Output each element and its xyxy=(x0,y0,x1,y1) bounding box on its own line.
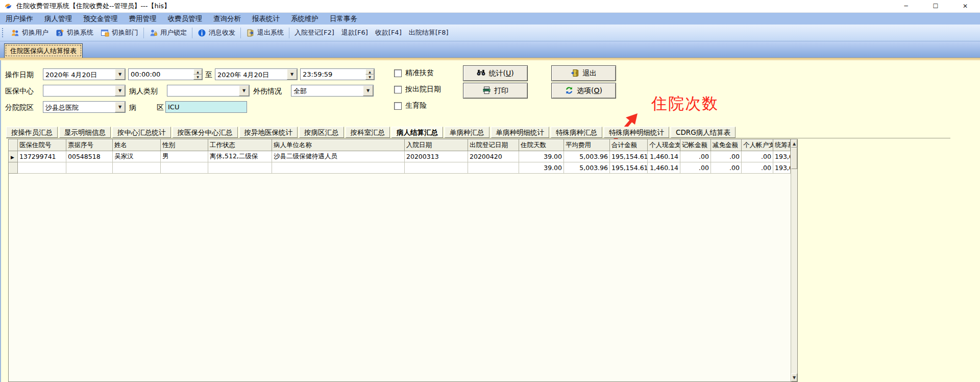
tab-detail-info[interactable]: 显示明细信息 xyxy=(59,127,111,138)
ward-value: ICU xyxy=(166,102,247,112)
spin-down-icon[interactable]: ▼ xyxy=(193,75,202,80)
toolbar-grip xyxy=(2,28,5,37)
toolbar-refund[interactable]: 退款[F6] xyxy=(338,26,372,39)
tab-insurance-subcenter-summary[interactable]: 按医保分中心汇总 xyxy=(173,127,238,138)
cell[interactable]: 39.00 xyxy=(519,151,564,162)
checkbox-maternity-insurance[interactable] xyxy=(394,102,402,110)
print-button-label: 打印 xyxy=(494,86,508,96)
toolbar-switch-user[interactable]: 切换用户 xyxy=(7,26,52,39)
statistics-button[interactable]: 统计(U) xyxy=(463,65,528,81)
patient-type-select[interactable]: ▼ xyxy=(167,85,250,97)
menu-item-user-operations[interactable]: 用户操作 xyxy=(0,14,39,23)
scroll-up-icon[interactable]: ▲ xyxy=(791,139,797,148)
cell[interactable]: 20200420 xyxy=(468,151,519,162)
col-receipt-no: 票据序号 xyxy=(66,140,113,151)
date-from-select[interactable]: 2020年 4月20日 ▼ xyxy=(43,68,126,80)
checkbox-targeted-poverty[interactable] xyxy=(394,69,402,77)
chevron-down-icon[interactable]: ▼ xyxy=(115,102,125,112)
cell[interactable]: 离休,512,二级保 xyxy=(208,151,272,162)
cell[interactable]: 吴家汉 xyxy=(113,151,161,162)
row-selector[interactable]: ▶ xyxy=(9,151,18,162)
trauma-select[interactable]: 全部 ▼ xyxy=(291,85,374,97)
svg-text:5: 5 xyxy=(58,31,61,36)
tab-by-operator[interactable]: 按操作员汇总 xyxy=(6,127,58,138)
tab-inpatient-insurance-report[interactable]: 住院医保病人结算报表 xyxy=(4,43,83,58)
date-from-value: 2020年 4月20日 xyxy=(43,69,115,80)
date-to-value: 2020年 4月20日 xyxy=(215,69,287,80)
cell[interactable]: 137299741 xyxy=(18,151,66,162)
toolbar-discharge-settlement[interactable]: 出院结算[F8] xyxy=(405,26,452,39)
maximize-button[interactable]: ☐ xyxy=(921,0,950,12)
col-personal-cash: 个人现金支 xyxy=(648,140,680,151)
cell: 193,69 xyxy=(773,162,791,174)
tab-patient-settlement-summary[interactable]: 病人结算汇总 xyxy=(391,127,443,138)
toolbar-admission-register[interactable]: 入院登记[F2] xyxy=(291,26,338,39)
tab-center-summary[interactable]: 按中心汇总统计 xyxy=(112,127,171,138)
date-to-select[interactable]: 2020年 4月20日 ▼ xyxy=(215,68,298,80)
menu-item-patient-management[interactable]: 病人管理 xyxy=(39,14,78,23)
col-pooling-fund: 统筹基 xyxy=(773,140,791,151)
chevron-down-icon[interactable]: ▼ xyxy=(239,85,249,96)
menu-item-system-maintenance[interactable]: 系统维护 xyxy=(285,14,324,23)
cell[interactable]: .00 xyxy=(680,151,711,162)
branch-select[interactable]: 沙县总医院 ▼ xyxy=(43,101,126,113)
menu-item-daily-affairs[interactable]: 日常事务 xyxy=(324,14,363,23)
insurance-center-select[interactable]: ▼ xyxy=(43,85,126,97)
tab-by-department[interactable]: 按科室汇总 xyxy=(346,127,390,138)
switch-system-icon: 5 xyxy=(56,29,64,37)
chevron-down-icon[interactable]: ▼ xyxy=(115,85,125,96)
spin-up-icon[interactable]: ▲ xyxy=(193,69,202,75)
exit-button[interactable]: 退出 xyxy=(551,65,616,81)
chevron-down-icon[interactable]: ▼ xyxy=(115,69,125,80)
cell[interactable]: 5,003.96 xyxy=(564,151,610,162)
scroll-down-icon[interactable]: ▼ xyxy=(791,373,797,381)
toolbar-separator xyxy=(289,28,289,38)
spin-down-icon[interactable]: ▼ xyxy=(365,75,374,80)
menu-item-fee-management[interactable]: 费用管理 xyxy=(124,14,162,23)
tab-single-disease-summary[interactable]: 单病种汇总 xyxy=(445,127,489,138)
cell[interactable]: 男 xyxy=(161,151,208,162)
title-bar: 住院收费管理系统【住院收费处--管理员】---【his】 ─ ☐ ✕ xyxy=(0,0,980,13)
menu-item-prepayment-management[interactable]: 预交金管理 xyxy=(78,14,124,23)
toolbar-label: 切换部门 xyxy=(112,28,138,37)
branch-label: 分院院区 xyxy=(5,103,34,112)
time-from-input[interactable]: 00:00:00 ▲▼ xyxy=(128,68,203,80)
print-button[interactable]: 打印 xyxy=(463,83,528,99)
cell: .00 xyxy=(680,162,711,174)
cell[interactable]: 沙县二级保健待遇人员 xyxy=(272,151,405,162)
toolbar-exit-system[interactable]: 退出系统 xyxy=(242,26,287,39)
toolbar-messages[interactable]: 消息收发 xyxy=(194,26,239,39)
toolbar-user-lock[interactable]: 用户锁定 xyxy=(145,26,190,39)
current-row-marker-icon: ▶ xyxy=(11,155,14,160)
tab-special-disease-summary[interactable]: 特殊病种汇总 xyxy=(551,127,602,138)
menu-item-query-analysis[interactable]: 查询分析 xyxy=(208,14,247,23)
checkbox-by-discharge-date[interactable] xyxy=(394,86,402,93)
chevron-down-icon[interactable]: ▼ xyxy=(363,85,373,96)
menu-item-report-statistics[interactable]: 报表统计 xyxy=(247,14,285,23)
tab-single-disease-detail[interactable]: 单病种明细统计 xyxy=(491,127,550,138)
toolbar-switch-system[interactable]: 5 切换系统 xyxy=(52,26,97,39)
options-button[interactable]: 选项(O) xyxy=(551,83,616,99)
scrollbar-thumb[interactable] xyxy=(791,148,797,169)
chevron-down-icon[interactable]: ▼ xyxy=(287,69,297,80)
tab-cdrg-settlement[interactable]: CDRG病人结算表 xyxy=(671,127,736,138)
time-to-input[interactable]: 23:59:59 ▲▼ xyxy=(300,68,375,80)
summary-row: 39.00 5,003.96 195,154.61 1,460.14 .00 .… xyxy=(9,162,791,174)
tab-remote-insurance-stats[interactable]: 按异地医保统计 xyxy=(239,127,298,138)
tab-special-disease-detail[interactable]: 特殊病种明细统计 xyxy=(604,127,669,138)
cell[interactable]: .00 xyxy=(711,151,742,162)
toolbar-switch-department[interactable]: 切换部门 xyxy=(97,26,142,39)
cell[interactable]: 195,154.61 xyxy=(610,151,648,162)
cell[interactable]: .00 xyxy=(742,151,773,162)
spin-up-icon[interactable]: ▲ xyxy=(365,69,374,75)
menu-item-cashier-management[interactable]: 收费员管理 xyxy=(162,14,208,23)
cell[interactable]: 193,69 xyxy=(773,151,791,162)
ward-input[interactable]: ICU xyxy=(165,101,247,113)
tab-by-ward[interactable]: 按病区汇总 xyxy=(299,127,344,138)
cell[interactable]: 00548518 xyxy=(66,151,113,162)
cell[interactable]: 1,460.14 xyxy=(648,151,680,162)
cell[interactable]: 20200313 xyxy=(405,151,468,162)
toolbar-receive-payment[interactable]: 收款[F4] xyxy=(372,26,405,39)
minimize-button[interactable]: ─ xyxy=(891,0,921,12)
close-button[interactable]: ✕ xyxy=(950,0,980,12)
